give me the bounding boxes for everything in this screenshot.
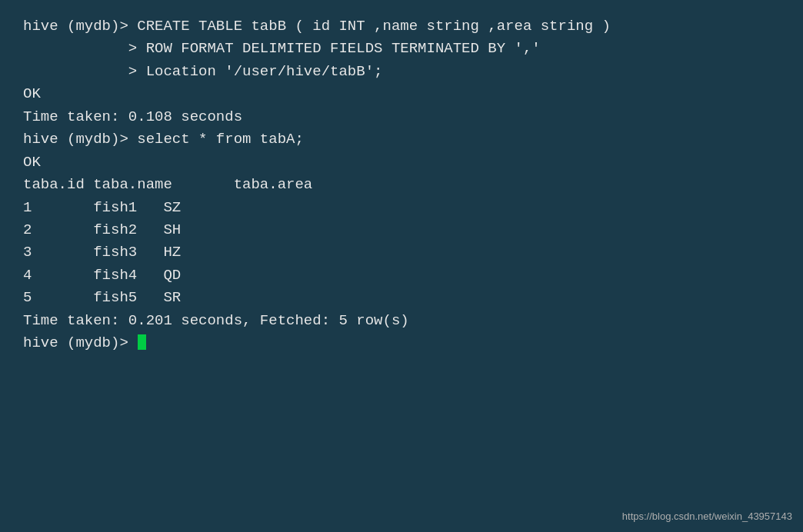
line-14: Time taken: 0.201 seconds, Fetched: 5 ro… — [23, 312, 409, 329]
line-3: > Location '/user/hive/tabB'; — [23, 63, 382, 80]
cursor — [138, 334, 146, 350]
line-6: hive (mydb)> select * from tabA; — [23, 131, 304, 148]
line-9: 1 fish1 SZ — [23, 199, 181, 216]
terminal-output: hive (mydb)> CREATE TABLE tabB ( id INT … — [23, 15, 780, 355]
line-7: OK — [23, 154, 41, 171]
line-12: 4 fish4 QD — [23, 267, 181, 284]
watermark: https://blog.csdn.net/weixin_43957143 — [622, 509, 792, 524]
line-11: 3 fish3 HZ — [23, 244, 181, 261]
line-8: taba.id taba.name taba.area — [23, 176, 312, 193]
line-1: hive (mydb)> CREATE TABLE tabB ( id INT … — [23, 18, 611, 35]
line-10: 2 fish2 SH — [23, 221, 181, 238]
line-2: > ROW FORMAT DELIMITED FIELDS TERMINATED… — [23, 40, 541, 57]
terminal-window: hive (mydb)> CREATE TABLE tabB ( id INT … — [0, 0, 803, 532]
line-4: OK — [23, 85, 41, 102]
prompt-line: hive (mydb)> — [23, 334, 137, 351]
line-13: 5 fish5 SR — [23, 289, 181, 306]
line-5: Time taken: 0.108 seconds — [23, 108, 242, 125]
